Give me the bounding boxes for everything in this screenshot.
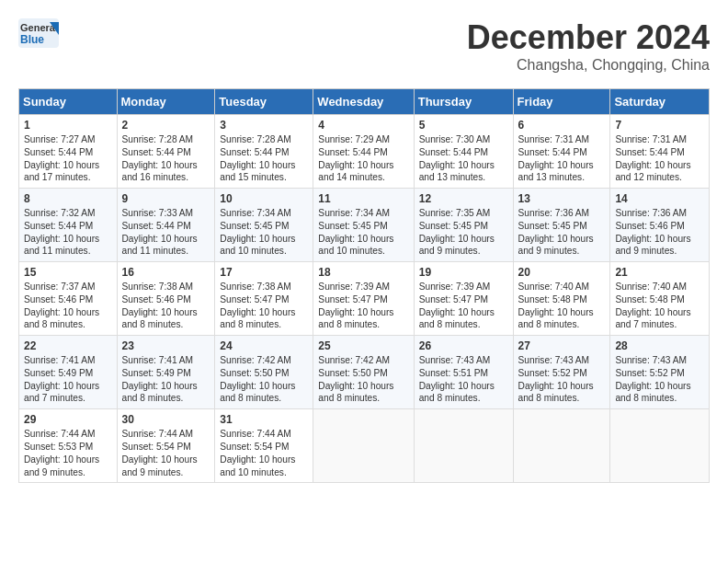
- day-number: 25: [318, 339, 408, 352]
- calendar-day-cell: 6Sunrise: 7:31 AM Sunset: 5:44 PM Daylig…: [513, 115, 610, 189]
- day-number: 21: [615, 266, 704, 279]
- logo: General Blue: [18, 18, 63, 48]
- day-number: 17: [220, 266, 308, 279]
- calendar-day-cell: 21Sunrise: 7:40 AM Sunset: 5:48 PM Dayli…: [610, 262, 710, 336]
- day-number: 3: [220, 119, 308, 132]
- day-number: 19: [419, 266, 508, 279]
- location-subtitle: Changsha, Chongqing, China: [467, 57, 710, 74]
- day-info: Sunrise: 7:29 AM Sunset: 5:44 PM Dayligh…: [318, 133, 408, 184]
- day-info: Sunrise: 7:34 AM Sunset: 5:45 PM Dayligh…: [318, 207, 408, 258]
- day-number: 13: [518, 192, 606, 205]
- calendar-day-cell: 5Sunrise: 7:30 AM Sunset: 5:44 PM Daylig…: [414, 115, 513, 189]
- weekday-header-cell: Saturday: [610, 89, 710, 115]
- day-number: 2: [122, 119, 210, 132]
- calendar-day-cell: 10Sunrise: 7:34 AM Sunset: 5:45 PM Dayli…: [215, 189, 313, 262]
- day-number: 6: [518, 119, 606, 132]
- svg-text:Blue: Blue: [20, 33, 44, 46]
- logo-icon: General Blue: [18, 18, 59, 48]
- day-info: Sunrise: 7:33 AM Sunset: 5:44 PM Dayligh…: [122, 207, 210, 258]
- day-number: 26: [419, 339, 508, 352]
- calendar-day-cell: [610, 409, 710, 483]
- title-block: December 2024 Changsha, Chongqing, China: [467, 18, 710, 74]
- month-title: December 2024: [467, 18, 710, 57]
- calendar-week-row: 8Sunrise: 7:32 AM Sunset: 5:44 PM Daylig…: [19, 189, 710, 262]
- calendar-day-cell: 13Sunrise: 7:36 AM Sunset: 5:45 PM Dayli…: [513, 189, 610, 262]
- weekday-header-cell: Monday: [117, 89, 215, 115]
- day-info: Sunrise: 7:31 AM Sunset: 5:44 PM Dayligh…: [518, 133, 606, 184]
- day-number: 10: [220, 192, 308, 205]
- calendar-day-cell: 23Sunrise: 7:41 AM Sunset: 5:49 PM Dayli…: [117, 336, 215, 409]
- calendar-day-cell: 15Sunrise: 7:37 AM Sunset: 5:46 PM Dayli…: [19, 262, 118, 336]
- day-info: Sunrise: 7:30 AM Sunset: 5:44 PM Dayligh…: [419, 133, 508, 184]
- calendar-day-cell: 22Sunrise: 7:41 AM Sunset: 5:49 PM Dayli…: [19, 336, 118, 409]
- day-info: Sunrise: 7:35 AM Sunset: 5:45 PM Dayligh…: [419, 207, 508, 258]
- calendar-week-row: 1Sunrise: 7:27 AM Sunset: 5:44 PM Daylig…: [19, 115, 710, 189]
- day-info: Sunrise: 7:42 AM Sunset: 5:50 PM Dayligh…: [220, 354, 308, 405]
- day-info: Sunrise: 7:38 AM Sunset: 5:46 PM Dayligh…: [122, 281, 210, 331]
- day-info: Sunrise: 7:43 AM Sunset: 5:51 PM Dayligh…: [419, 354, 508, 405]
- calendar-table: SundayMondayTuesdayWednesdayThursdayFrid…: [18, 88, 710, 483]
- day-number: 16: [122, 266, 210, 279]
- calendar-day-cell: 14Sunrise: 7:36 AM Sunset: 5:46 PM Dayli…: [610, 189, 710, 262]
- day-number: 5: [419, 119, 508, 132]
- day-info: Sunrise: 7:43 AM Sunset: 5:52 PM Dayligh…: [518, 354, 606, 405]
- calendar-day-cell: 24Sunrise: 7:42 AM Sunset: 5:50 PM Dayli…: [215, 336, 313, 409]
- day-info: Sunrise: 7:39 AM Sunset: 5:47 PM Dayligh…: [419, 281, 508, 331]
- calendar-day-cell: 8Sunrise: 7:32 AM Sunset: 5:44 PM Daylig…: [19, 189, 118, 262]
- calendar-day-cell: 7Sunrise: 7:31 AM Sunset: 5:44 PM Daylig…: [610, 115, 710, 189]
- calendar-day-cell: 11Sunrise: 7:34 AM Sunset: 5:45 PM Dayli…: [313, 189, 414, 262]
- calendar-day-cell: 29Sunrise: 7:44 AM Sunset: 5:53 PM Dayli…: [19, 409, 118, 483]
- calendar-day-cell: 1Sunrise: 7:27 AM Sunset: 5:44 PM Daylig…: [19, 115, 118, 189]
- day-info: Sunrise: 7:40 AM Sunset: 5:48 PM Dayligh…: [615, 281, 704, 331]
- calendar-day-cell: [313, 409, 414, 483]
- day-info: Sunrise: 7:39 AM Sunset: 5:47 PM Dayligh…: [318, 281, 408, 331]
- day-number: 20: [518, 266, 606, 279]
- day-info: Sunrise: 7:34 AM Sunset: 5:45 PM Dayligh…: [220, 207, 308, 258]
- weekday-header-cell: Friday: [513, 89, 610, 115]
- day-info: Sunrise: 7:27 AM Sunset: 5:44 PM Dayligh…: [24, 133, 112, 184]
- day-info: Sunrise: 7:43 AM Sunset: 5:52 PM Dayligh…: [615, 354, 704, 405]
- day-info: Sunrise: 7:28 AM Sunset: 5:44 PM Dayligh…: [122, 133, 210, 184]
- day-number: 9: [122, 192, 210, 205]
- day-number: 1: [24, 119, 112, 132]
- day-number: 11: [318, 192, 408, 205]
- calendar-day-cell: [414, 409, 513, 483]
- calendar-week-row: 29Sunrise: 7:44 AM Sunset: 5:53 PM Dayli…: [19, 409, 710, 483]
- day-number: 30: [122, 413, 210, 426]
- day-info: Sunrise: 7:37 AM Sunset: 5:46 PM Dayligh…: [24, 281, 112, 331]
- day-info: Sunrise: 7:44 AM Sunset: 5:53 PM Dayligh…: [24, 428, 112, 478]
- day-info: Sunrise: 7:44 AM Sunset: 5:54 PM Dayligh…: [122, 428, 210, 478]
- calendar-day-cell: 30Sunrise: 7:44 AM Sunset: 5:54 PM Dayli…: [117, 409, 215, 483]
- day-info: Sunrise: 7:36 AM Sunset: 5:46 PM Dayligh…: [615, 207, 704, 258]
- day-number: 14: [615, 192, 704, 205]
- day-number: 22: [24, 339, 112, 352]
- day-number: 15: [24, 266, 112, 279]
- calendar-day-cell: 20Sunrise: 7:40 AM Sunset: 5:48 PM Dayli…: [513, 262, 610, 336]
- day-info: Sunrise: 7:40 AM Sunset: 5:48 PM Dayligh…: [518, 281, 606, 331]
- calendar-day-cell: 9Sunrise: 7:33 AM Sunset: 5:44 PM Daylig…: [117, 189, 215, 262]
- calendar-day-cell: 12Sunrise: 7:35 AM Sunset: 5:45 PM Dayli…: [414, 189, 513, 262]
- weekday-header-row: SundayMondayTuesdayWednesdayThursdayFrid…: [19, 89, 710, 115]
- calendar-day-cell: 18Sunrise: 7:39 AM Sunset: 5:47 PM Dayli…: [313, 262, 414, 336]
- calendar-day-cell: 3Sunrise: 7:28 AM Sunset: 5:44 PM Daylig…: [215, 115, 313, 189]
- day-number: 7: [615, 119, 704, 132]
- calendar-day-cell: 27Sunrise: 7:43 AM Sunset: 5:52 PM Dayli…: [513, 336, 610, 409]
- weekday-header-cell: Tuesday: [215, 89, 313, 115]
- calendar-body: 1Sunrise: 7:27 AM Sunset: 5:44 PM Daylig…: [19, 115, 710, 483]
- day-number: 24: [220, 339, 308, 352]
- day-number: 8: [24, 192, 112, 205]
- calendar-day-cell: 28Sunrise: 7:43 AM Sunset: 5:52 PM Dayli…: [610, 336, 710, 409]
- day-number: 23: [122, 339, 210, 352]
- calendar-day-cell: [513, 409, 610, 483]
- weekday-header-cell: Thursday: [414, 89, 513, 115]
- weekday-header-cell: Wednesday: [313, 89, 414, 115]
- day-info: Sunrise: 7:32 AM Sunset: 5:44 PM Dayligh…: [24, 207, 112, 258]
- calendar-week-row: 15Sunrise: 7:37 AM Sunset: 5:46 PM Dayli…: [19, 262, 710, 336]
- calendar-week-row: 22Sunrise: 7:41 AM Sunset: 5:49 PM Dayli…: [19, 336, 710, 409]
- day-info: Sunrise: 7:44 AM Sunset: 5:54 PM Dayligh…: [220, 428, 308, 478]
- calendar-day-cell: 4Sunrise: 7:29 AM Sunset: 5:44 PM Daylig…: [313, 115, 414, 189]
- calendar-day-cell: 16Sunrise: 7:38 AM Sunset: 5:46 PM Dayli…: [117, 262, 215, 336]
- day-info: Sunrise: 7:38 AM Sunset: 5:47 PM Dayligh…: [220, 281, 308, 331]
- calendar-day-cell: 2Sunrise: 7:28 AM Sunset: 5:44 PM Daylig…: [117, 115, 215, 189]
- day-number: 4: [318, 119, 408, 132]
